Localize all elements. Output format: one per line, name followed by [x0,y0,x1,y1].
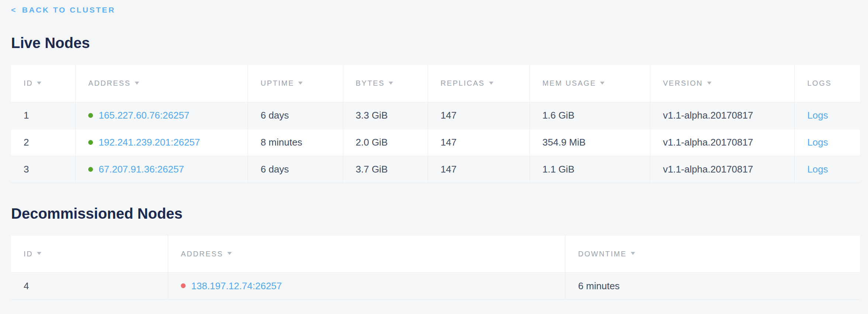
sort-arrow-icon [227,252,232,255]
node-uptime-cell: 6 days [248,102,343,129]
node-logs-cell: Logs [795,129,860,156]
column-header-replicas[interactable]: REPLICAS [428,65,530,102]
column-header-label: BYTES [356,79,385,87]
column-header-id[interactable]: ID [11,65,76,102]
node-logs-cell: Logs [795,156,860,183]
live-nodes-table-header: ID ADDRESS UPTIME BYTES REPLICAS MEM USA… [11,65,860,102]
decommissioned-nodes-table: ID ADDRESS DOWNTIME 4 138.197.12.74:2625… [11,236,860,300]
table-row: 3 67.207.91.36:26257 6 days 3.7 GiB 147 … [11,156,860,183]
node-live-status-icon [88,167,93,172]
node-live-status-icon [88,140,93,145]
column-header-label: ID [24,250,33,258]
column-header-label: ADDRESS [88,79,131,87]
node-address-link[interactable]: 192.241.239.201:26257 [99,137,200,148]
column-header-bytes[interactable]: BYTES [343,65,428,102]
node-live-status-icon [88,113,93,118]
column-header-address[interactable]: ADDRESS [76,65,248,102]
node-id-cell: 2 [11,129,76,156]
node-address-link[interactable]: 138.197.12.74:26257 [191,280,282,291]
node-uptime-cell: 8 minutes [248,129,343,156]
node-bytes-cell: 2.0 GiB [343,129,428,156]
node-replicas-cell: 147 [428,129,530,156]
node-address-link[interactable]: 67.207.91.36:26257 [99,164,184,175]
column-header-uptime[interactable]: UPTIME [248,65,343,102]
nodes-page: < BACK TO CLUSTER Live Nodes ID ADDRESS … [0,0,868,300]
node-uptime-cell: 6 days [248,156,343,183]
node-replicas-cell: 147 [428,102,530,129]
column-header-label: UPTIME [261,79,294,87]
column-header-downtime[interactable]: DOWNTIME [565,236,860,273]
sort-arrow-icon [298,82,303,85]
sort-arrow-icon [600,82,604,85]
column-header-label: ADDRESS [181,250,223,258]
live-nodes-table: ID ADDRESS UPTIME BYTES REPLICAS MEM USA… [11,65,860,183]
back-link-label: BACK TO CLUSTER [22,4,116,16]
node-logs-link[interactable]: Logs [807,110,828,121]
sort-arrow-icon [389,82,393,85]
sort-arrow-icon [37,252,41,255]
node-address-link[interactable]: 165.227.60.76:26257 [99,110,189,121]
sort-arrow-icon [489,82,493,85]
sort-arrow-icon [707,82,712,85]
sort-arrow-icon [631,252,635,255]
column-header-label: MEM USAGE [542,79,596,87]
node-version-cell: v1.1-alpha.20170817 [650,156,795,183]
column-header-label: REPLICAS [441,79,485,87]
node-bytes-cell: 3.7 GiB [343,156,428,183]
node-mem-usage-cell: 354.9 MiB [530,129,650,156]
back-to-cluster-link[interactable]: < BACK TO CLUSTER [11,4,116,16]
node-logs-link[interactable]: Logs [807,137,828,148]
table-row: 1 165.227.60.76:26257 6 days 3.3 GiB 147… [11,102,860,129]
node-replicas-cell: 147 [428,156,530,183]
column-header-label: ID [24,79,33,87]
column-header-version[interactable]: VERSION [650,65,795,102]
column-header-id[interactable]: ID [11,236,168,273]
node-bytes-cell: 3.3 GiB [343,102,428,129]
node-version-cell: v1.1-alpha.20170817 [650,102,795,129]
node-decommissioned-status-icon [181,283,186,288]
column-header-logs: LOGS [795,65,860,102]
column-header-label: VERSION [663,79,703,87]
column-header-label: LOGS [807,79,831,87]
decommissioned-nodes-table-header: ID ADDRESS DOWNTIME [11,236,860,273]
sort-arrow-icon [135,82,139,85]
column-header-label: DOWNTIME [578,250,627,258]
table-row: 2 192.241.239.201:26257 8 minutes 2.0 Gi… [11,129,860,156]
decommissioned-nodes-title: Decommissioned Nodes [11,205,860,222]
sort-arrow-icon [37,82,41,85]
live-nodes-title: Live Nodes [11,34,860,52]
node-address-cell: 67.207.91.36:26257 [76,156,248,183]
node-mem-usage-cell: 1.1 GiB [530,156,650,183]
node-version-cell: v1.1-alpha.20170817 [650,129,795,156]
node-id-cell: 3 [11,156,76,183]
node-address-cell: 192.241.239.201:26257 [76,129,248,156]
back-arrow-icon: < [11,4,17,16]
node-id-cell: 4 [11,273,168,300]
node-logs-cell: Logs [795,102,860,129]
column-header-address[interactable]: ADDRESS [168,236,565,273]
node-address-cell: 165.227.60.76:26257 [76,102,248,129]
column-header-mem-usage[interactable]: MEM USAGE [530,65,650,102]
table-row: 4 138.197.12.74:26257 6 minutes [11,273,860,300]
node-id-cell: 1 [11,102,76,129]
node-downtime-cell: 6 minutes [565,273,860,300]
node-mem-usage-cell: 1.6 GiB [530,102,650,129]
node-address-cell: 138.197.12.74:26257 [168,273,565,300]
node-logs-link[interactable]: Logs [807,164,828,175]
